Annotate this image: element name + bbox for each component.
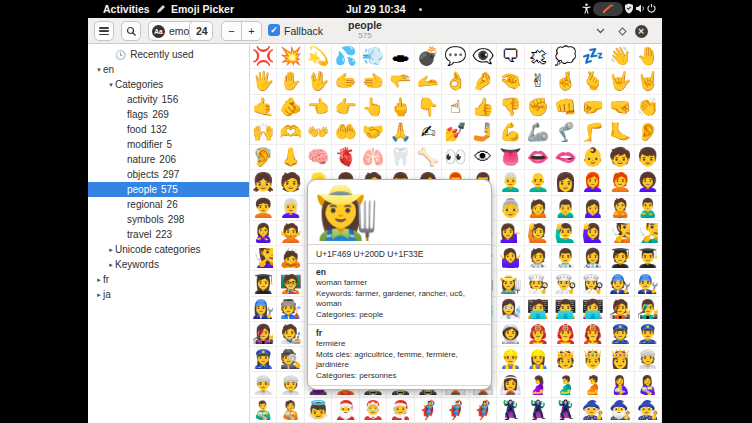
emoji-cell[interactable]: ✋ bbox=[277, 69, 304, 94]
emoji-cell[interactable]: 🫱 bbox=[332, 69, 359, 94]
emoji-cell[interactable]: 🧑‍🍳 bbox=[525, 271, 552, 296]
emoji-cell[interactable]: 👩‍🚒 bbox=[580, 322, 607, 347]
emoji-cell[interactable]: 👨‍🦲 bbox=[525, 170, 552, 195]
emoji-cell[interactable]: 🧑‍💻 bbox=[525, 297, 552, 322]
sidebar-item-people[interactable]: people575 bbox=[88, 182, 250, 197]
emoji-cell[interactable]: 🤙 bbox=[250, 95, 277, 120]
emoji-cell[interactable]: 🧑 bbox=[277, 170, 304, 195]
sidebar-item-regional[interactable]: regional26 bbox=[88, 197, 250, 212]
emoji-cell[interactable]: 🦹‍♂️ bbox=[525, 398, 552, 423]
emoji-cell[interactable]: 👼 bbox=[305, 398, 332, 423]
emoji-cell[interactable]: 🧙‍♀️ bbox=[635, 398, 662, 423]
emoji-cell[interactable]: 🖐 bbox=[250, 69, 277, 94]
emoji-cell[interactable]: 🫁 bbox=[360, 145, 387, 170]
sidebar-item-ja[interactable]: ▸ja bbox=[88, 287, 250, 302]
emoji-cell[interactable]: 🫴 bbox=[415, 69, 442, 94]
emoji-cell[interactable]: 👍 bbox=[470, 95, 497, 120]
sidebar-item-categories[interactable]: ▾Categories bbox=[88, 77, 250, 92]
increase-size-button[interactable]: + bbox=[241, 21, 262, 41]
emoji-cell[interactable]: 💤 bbox=[580, 44, 607, 69]
emoji-cell[interactable]: 🙍 bbox=[525, 196, 552, 221]
emoji-cell[interactable]: 👮‍♂️ bbox=[635, 322, 662, 347]
emoji-cell[interactable]: 👩‍🍳 bbox=[580, 271, 607, 296]
emoji-cell[interactable]: 🎅 bbox=[332, 398, 359, 423]
emoji-cell[interactable]: 🤝 bbox=[360, 120, 387, 145]
emoji-cell[interactable]: 👳 bbox=[635, 347, 662, 372]
emoji-cell[interactable]: 🧑‍🦱 bbox=[250, 196, 277, 221]
emoji-cell[interactable]: 🗨 bbox=[497, 44, 524, 69]
emoji-cell[interactable]: 🧑‍⚕️ bbox=[525, 246, 552, 271]
emoji-cell[interactable]: 🙋 bbox=[525, 221, 552, 246]
emoji-cell[interactable]: 👅 bbox=[497, 145, 524, 170]
emoji-cell[interactable]: 🗯 bbox=[525, 44, 552, 69]
emoji-cell[interactable]: 🤚 bbox=[635, 44, 662, 69]
emoji-cell[interactable]: 👨‍🍼 bbox=[250, 398, 277, 423]
emoji-cell[interactable]: 🧏 bbox=[607, 221, 634, 246]
emoji-cell[interactable]: 🧠 bbox=[305, 145, 332, 170]
sidebar-item-food[interactable]: food132 bbox=[88, 122, 250, 137]
emoji-cell[interactable]: 🕳 bbox=[387, 44, 414, 69]
emoji-cell[interactable]: 💁‍♀️ bbox=[497, 221, 524, 246]
emoji-cell[interactable]: 👧 bbox=[250, 170, 277, 195]
emoji-cell[interactable]: 🤰 bbox=[525, 372, 552, 397]
emoji-cell[interactable]: 🧑‍🎄 bbox=[387, 398, 414, 423]
emoji-cell[interactable]: 🫶 bbox=[277, 120, 304, 145]
emoji-cell[interactable]: 👆 bbox=[360, 95, 387, 120]
emoji-cell[interactable]: 🙏 bbox=[387, 120, 414, 145]
emoji-cell[interactable]: 🙇 bbox=[277, 246, 304, 271]
emoji-cell[interactable]: 🧙‍♂️ bbox=[607, 398, 634, 423]
emoji-cell[interactable]: 🫵 bbox=[277, 95, 304, 120]
expander-open-icon[interactable]: ▾ bbox=[95, 66, 103, 74]
emoji-cell[interactable]: 🦵 bbox=[580, 120, 607, 145]
emoji-cell[interactable]: 👨‍🦳 bbox=[497, 170, 524, 195]
menu-button[interactable] bbox=[94, 21, 114, 41]
emoji-cell[interactable]: 🙍‍♀️ bbox=[580, 196, 607, 221]
sidebar-item-flags[interactable]: flags269 bbox=[88, 107, 250, 122]
emoji-cell[interactable]: 🤟 bbox=[607, 69, 634, 94]
emoji-cell[interactable]: 👨‍🎓 bbox=[635, 246, 662, 271]
emoji-cell[interactable]: 💬 bbox=[442, 44, 469, 69]
emoji-cell[interactable]: 🤏 bbox=[497, 69, 524, 94]
expander-closed-icon[interactable]: ▸ bbox=[107, 246, 115, 254]
emoji-cell[interactable]: 🧙 bbox=[580, 398, 607, 423]
emoji-cell[interactable]: 🦸‍♂️ bbox=[442, 398, 469, 423]
emoji-cell[interactable]: 👷‍♀️ bbox=[525, 347, 552, 372]
emoji-cell[interactable]: 🤳 bbox=[470, 120, 497, 145]
emoji-cell[interactable]: 👨‍🎤 bbox=[635, 297, 662, 322]
sidebar-item-nature[interactable]: nature206 bbox=[88, 152, 250, 167]
expander-closed-icon[interactable]: ▸ bbox=[107, 261, 115, 269]
sidebar-item-objects[interactable]: objects297 bbox=[88, 167, 250, 182]
emoji-cell[interactable]: 👩‍🌾 bbox=[497, 271, 524, 296]
emoji-cell[interactable]: 👐 bbox=[305, 120, 332, 145]
search-button[interactable] bbox=[121, 21, 141, 41]
close-button[interactable]: ✕ bbox=[631, 21, 651, 41]
emoji-cell[interactable]: 🧑‍🏫 bbox=[277, 271, 304, 296]
emoji-cell[interactable]: 👷‍♂️ bbox=[497, 347, 524, 372]
sidebar-item-activity[interactable]: activity156 bbox=[88, 92, 250, 107]
emoji-cell[interactable]: 🧑‍🚒 bbox=[525, 322, 552, 347]
emoji-cell[interactable]: 👊 bbox=[552, 95, 579, 120]
emoji-cell[interactable]: 👩‍🦱 bbox=[635, 170, 662, 195]
emoji-cell[interactable]: 👎 bbox=[497, 95, 524, 120]
emoji-cell[interactable]: ☝ bbox=[442, 95, 469, 120]
emoji-cell[interactable]: 👏 bbox=[635, 95, 662, 120]
emoji-cell[interactable]: 👁 bbox=[470, 145, 497, 170]
emoji-cell[interactable]: 👨‍🍳 bbox=[552, 271, 579, 296]
emoji-cell[interactable]: 👩‍🦰 bbox=[580, 170, 607, 195]
emoji-cell[interactable]: 🙅 bbox=[277, 221, 304, 246]
emoji-cell[interactable]: 🤞 bbox=[552, 69, 579, 94]
emoji-cell[interactable]: 💨 bbox=[360, 44, 387, 69]
emoji-cell[interactable]: 🫳 bbox=[387, 69, 414, 94]
emoji-cell[interactable]: 👨‍🚒 bbox=[552, 322, 579, 347]
maximize-button[interactable] bbox=[612, 21, 632, 41]
emoji-cell[interactable]: 👄 bbox=[525, 145, 552, 170]
emoji-cell[interactable]: 🤷‍♀️ bbox=[497, 246, 524, 271]
emoji-cell[interactable]: 🙍‍♂️ bbox=[552, 196, 579, 221]
emoji-cell[interactable]: 💥 bbox=[277, 44, 304, 69]
emoji-cell[interactable]: 🧑‍🎓 bbox=[607, 246, 634, 271]
sidebar-item-modifier[interactable]: modifier5 bbox=[88, 137, 250, 152]
focused-app-menu[interactable]: Emoji Picker bbox=[156, 0, 234, 18]
emoji-cell[interactable]: 🦹 bbox=[497, 398, 524, 423]
sidebar-item-en[interactable]: ▾en bbox=[88, 62, 250, 77]
emoji-cell[interactable]: 👩‍🦳 bbox=[277, 196, 304, 221]
